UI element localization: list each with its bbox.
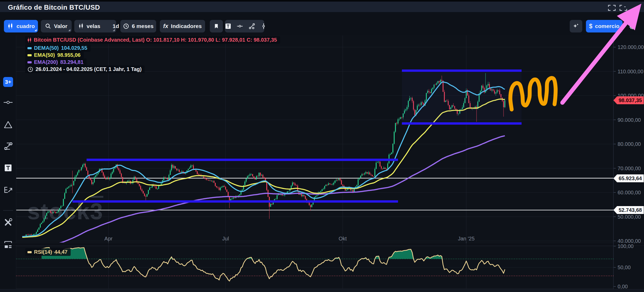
- candle-style-button[interactable]: velas: [74, 20, 104, 32]
- ai-assistant-button[interactable]: [570, 20, 582, 32]
- sidebar-item-shapes-tool[interactable]: [0, 119, 16, 130]
- bookmark-button[interactable]: [210, 20, 223, 32]
- text-tool-icon: [225, 23, 231, 29]
- fx-icon: fx: [163, 23, 168, 30]
- sidebar-item-text-tool[interactable]: [0, 162, 16, 174]
- gear-icon: ⚙: [629, 22, 636, 31]
- x-axis-label: Jul: [222, 236, 229, 241]
- title-bar: Gráfico de Bitcoin BTC/USD: [0, 0, 644, 12]
- rsi-panel: [16, 247, 613, 281]
- range-button[interactable]: 6 meses: [120, 20, 156, 32]
- triangle-icon: [3, 120, 13, 129]
- rsi-axis-label: 50,00: [618, 265, 631, 270]
- alert-price-tag[interactable]: 65.923,64: [613, 174, 644, 182]
- y-axis-label: 90.000,00: [618, 117, 641, 123]
- indicators-button[interactable]: fx Indicadores: [160, 20, 205, 32]
- sparkles-icon: [573, 23, 579, 30]
- horizontal-line-icon: [236, 23, 243, 29]
- y-axis-label: 80.000,00: [618, 141, 641, 147]
- y-axis-label: 120.000,00: [618, 44, 644, 50]
- chart-type-button[interactable]: cuadro: [4, 20, 38, 32]
- legend-candle-icon: [27, 37, 31, 43]
- rsi-swatch: [27, 251, 32, 253]
- candles-icon: [7, 23, 14, 30]
- main-panel: [16, 71, 613, 250]
- legend-rsi[interactable]: RSI(14) 44,47: [25, 248, 71, 256]
- tools-icon: [3, 217, 13, 227]
- y-axis-label: 110.000,00: [618, 69, 643, 74]
- sidebar-item-horizontal-line-tool[interactable]: [0, 97, 16, 108]
- alert-price-tag[interactable]: 52.743,68: [613, 206, 644, 214]
- rsi-axis-label: 0,00: [618, 284, 628, 289]
- x-axis-label: Apr: [104, 236, 112, 241]
- legend-dema[interactable]: DEMA(50) 104.029,55: [25, 44, 91, 52]
- trade-button[interactable]: $ comercio: [586, 20, 623, 32]
- drawing-tools-group: [225, 20, 264, 32]
- bookmark-icon: [213, 23, 219, 29]
- pattern-tool-icon: [3, 141, 13, 151]
- x-axis-label: Okt: [339, 236, 347, 241]
- clock-icon: [27, 67, 33, 72]
- y-axis-label: 50.000,00: [618, 214, 641, 220]
- legend-ema50[interactable]: EMA(50) 98.955,06: [25, 51, 84, 59]
- page-title: Gráfico de Bitcoin BTC/USD: [8, 3, 100, 12]
- gridlines: [16, 35, 613, 289]
- horizontal-line-tool-button[interactable]: [236, 20, 243, 32]
- left-sidebar: 3+: [0, 35, 16, 292]
- squiggle-annotation[interactable]: [510, 78, 556, 109]
- fullscreen-icon[interactable]: [607, 4, 616, 12]
- clock-icon: [123, 23, 129, 29]
- text-tool-button[interactable]: [225, 20, 231, 32]
- candle-style-interval-group: velas 1d: [74, 20, 116, 32]
- text-tool-icon: [4, 163, 13, 172]
- sidebar-item-export-tool[interactable]: [0, 184, 16, 196]
- export-icon: [3, 186, 13, 194]
- trend-line-tool-button[interactable]: [248, 20, 255, 32]
- ema50-swatch: [27, 54, 32, 56]
- candles-icon: [78, 23, 84, 30]
- ema200-swatch: [27, 61, 32, 63]
- sidebar-divider: [3, 210, 13, 211]
- sidebar-item-tools[interactable]: [0, 217, 16, 228]
- legend-ohlc[interactable]: Bitcoin BTC/USD (Coinbase Advanced, Last…: [25, 36, 280, 44]
- time-axis-strip[interactable]: [0, 289, 644, 292]
- symbol-search-button[interactable]: Valor: [41, 20, 72, 32]
- chart-canvas[interactable]: 120.000,00110.000,00100.000,0090.000,008…: [0, 0, 644, 292]
- stock3-watermark: stock3: [27, 198, 103, 225]
- dema-swatch: [27, 47, 32, 49]
- panel-separator[interactable]: [0, 243, 644, 245]
- y-axis-label: 60.000,00: [618, 190, 641, 195]
- settings-button[interactable]: ⚙: [626, 20, 639, 32]
- screenshot-icon[interactable]: [619, 4, 628, 12]
- stock3-plus-logo: 3+: [3, 77, 13, 87]
- toolbar: cuadro Valor velas 1d 6 meses fx Indicad…: [0, 12, 644, 35]
- x-axis-label: Jan '25: [458, 236, 474, 241]
- sidebar-item-pattern-tool[interactable]: [0, 140, 16, 152]
- horizontal-line-icon: [3, 100, 13, 105]
- y-axis-label: 70.000,00: [618, 166, 641, 171]
- axis-labels: 120.000,00110.000,00100.000,0090.000,008…: [104, 44, 644, 289]
- vertical-line-tool-button[interactable]: [261, 20, 267, 32]
- current-price-tag: 98.037,35: [613, 96, 644, 104]
- vertical-line-icon: [261, 23, 267, 30]
- legend-ema200[interactable]: EMA(200) 83.294,81: [25, 58, 87, 66]
- legend-date-range[interactable]: 26.01.2024 - 04.02.2025 (CET, 1 Jahr, 1 …: [25, 65, 145, 73]
- dollar-icon: $: [589, 23, 592, 30]
- search-icon: [45, 23, 51, 29]
- sidebar-item-stock3-plus[interactable]: 3+: [0, 76, 16, 88]
- trend-line-icon: [248, 23, 255, 30]
